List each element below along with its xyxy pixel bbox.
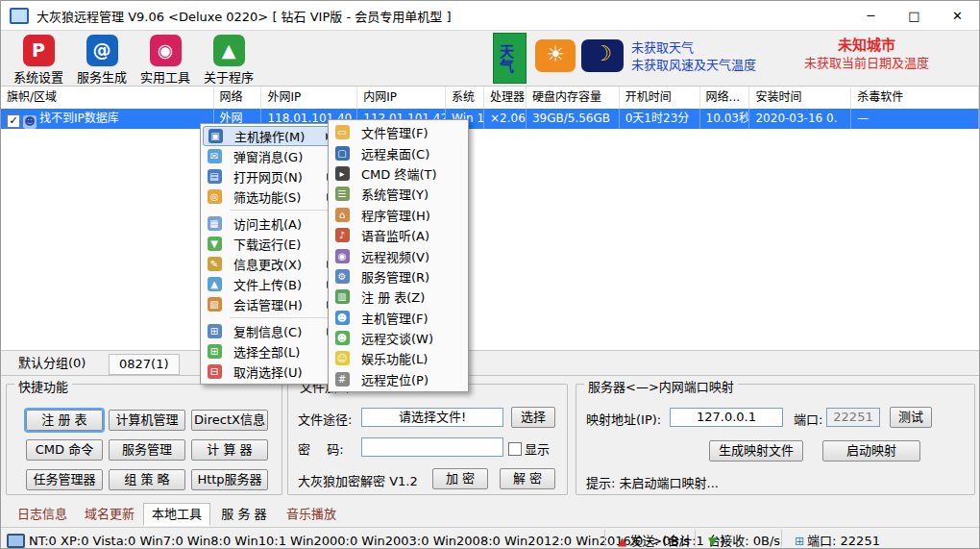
submenu-item-2[interactable]: ▢远程桌面(C) (331, 142, 466, 162)
column-header[interactable]: 安装时间 (749, 87, 851, 109)
menu-item-label: 娱乐功能(L) (354, 349, 428, 367)
quick-button-9[interactable]: Http服务器 (191, 469, 268, 490)
submenu-item-11[interactable]: ☻远程交谈(W) (331, 328, 466, 348)
host-operate-submenu: ▭文件管理(F)▢远程桌面(C)▸CMD 终端(T)☰系统管理(Y)⌂程序管理(… (328, 119, 469, 392)
select-file-button[interactable]: 选择 (511, 407, 555, 428)
password-field[interactable] (361, 437, 503, 457)
submenu-item-7[interactable]: ◉远程视频(V) (331, 245, 466, 265)
select-all-icon: ⊞ (208, 344, 222, 359)
mapping-hint: 提示: 未启动端口映射... (586, 473, 719, 491)
column-header[interactable]: 外网IP (261, 87, 357, 109)
context-menu-item-8[interactable]: ▲文件上传(B) (203, 274, 335, 294)
moon-icon[interactable]: ☽ (581, 39, 624, 72)
group-tab-2[interactable]: 0827(1) (109, 354, 180, 375)
fun-icon: ☺ (331, 351, 354, 365)
submenu-item-3[interactable]: ▸CMD 终端(T) (331, 163, 466, 184)
maximize-button[interactable]: □ (893, 1, 936, 30)
program-manage-icon: ⌂ (335, 208, 350, 222)
quick-button-7[interactable]: 任务管理器 (26, 469, 103, 490)
quick-button-1[interactable]: 注 册 表 (26, 410, 103, 431)
port-label: 端口: (794, 410, 822, 428)
computer-icon (7, 534, 25, 548)
context-menu-item-5[interactable]: ▦访问主机(A) (203, 213, 335, 234)
toolbar-button-3[interactable]: ◉实用工具 (134, 35, 197, 86)
close-button[interactable]: ✕ (936, 1, 979, 30)
tab-3[interactable]: 本地工具 (143, 503, 210, 526)
copy-info-icon: ⊞ (203, 324, 226, 338)
column-header[interactable]: 网络 (214, 87, 262, 109)
network-icon: ⊞ (795, 535, 804, 548)
edit-info-icon: ✎ (203, 257, 226, 271)
toolbar-button-1[interactable]: P系统设置 (7, 35, 70, 86)
submenu-item-8[interactable]: ⚙服务管理(R) (331, 266, 466, 287)
context-menu-item-3[interactable]: ▤打开网页(N) (203, 166, 335, 187)
context-menu-item-9[interactable]: ▧会话管理(H) (203, 294, 335, 314)
tab-2[interactable]: 域名更新 (76, 503, 143, 526)
context-menu-item-6[interactable]: ▼下载运行(E) (203, 234, 335, 254)
port-field[interactable]: 22251 (826, 408, 880, 427)
row-checkbox[interactable]: ✓ (7, 114, 20, 128)
remote-desktop-icon: ▢ (331, 146, 354, 161)
tab-1[interactable]: 日志信息 (9, 503, 76, 526)
quick-button-8[interactable]: 组 策 略 (109, 469, 185, 490)
column-header[interactable]: 开机时间 (620, 87, 700, 109)
encrypt-button[interactable]: 加 密 (432, 468, 488, 489)
submenu-item-13[interactable]: #远程定位(P) (331, 369, 466, 389)
column-header[interactable]: 网络... (700, 87, 750, 109)
open-webpage-icon: ▤ (208, 169, 222, 184)
tab-5[interactable]: 音乐播放 (278, 503, 345, 526)
toolbar-button-label: 系统设置 (7, 67, 70, 86)
generate-mapping-button[interactable]: 生成映射文件 (709, 440, 803, 462)
context-menu-item-12[interactable]: ⊟取消选择(U) (203, 362, 335, 382)
column-header[interactable]: 处理器 (484, 87, 527, 109)
host-manage-icon: ☻ (335, 311, 350, 325)
submenu-item-12[interactable]: ☺娱乐功能(L) (331, 348, 466, 368)
context-menu-item-2[interactable]: ✉弹窗消息(G) (203, 146, 335, 166)
start-mapping-button[interactable]: 启动映射 (822, 440, 920, 462)
test-button[interactable]: 测试 (890, 407, 932, 428)
menu-separator (230, 210, 331, 211)
submenu-item-1[interactable]: ▭文件管理(F) (331, 122, 466, 142)
submenu-item-9[interactable]: ▥注 册 表(Z) (331, 287, 466, 307)
toolbar-button-4[interactable]: ▲关于程序 (197, 35, 260, 86)
toolbar-button-2[interactable]: @服务生成 (70, 35, 134, 86)
column-header[interactable]: 杀毒软件 (851, 87, 979, 109)
decrypt-button[interactable]: 解 密 (500, 468, 555, 489)
tab-4[interactable]: 服 务 器 (210, 503, 278, 526)
column-header[interactable]: 系统 (446, 87, 484, 109)
file-path-field[interactable]: 请选择文件! (361, 408, 503, 427)
map-ip-field[interactable]: 127.0.0.1 (670, 408, 783, 427)
menu-item-label: 语音监听(A) (354, 226, 429, 244)
quick-button-2[interactable]: 计算机管理 (109, 410, 185, 431)
host-row[interactable]: ✓☻找不到IP数据库外网118.01.101.40112.01.101.42Wi… (1, 109, 979, 129)
context-menu-item-10[interactable]: ⊞复制信息(C) (203, 321, 335, 341)
quick-button-5[interactable]: 服务管理 (109, 439, 185, 461)
context-menu-item-1[interactable]: ▣主机操作(M) (203, 126, 335, 146)
submenu-item-4[interactable]: ☰系统管理(Y) (331, 184, 466, 204)
popup-message-icon: ✉ (208, 149, 222, 163)
submenu-item-5[interactable]: ⌂程序管理(H) (331, 205, 466, 225)
context-menu-item-11[interactable]: ⊞选择全部(L) (203, 341, 335, 362)
context-menu-item-4[interactable]: ◎筛选功能(S) (203, 187, 335, 207)
quick-button-3[interactable]: DirectX信息 (191, 410, 268, 431)
submenu-item-10[interactable]: ☻主机管理(F) (331, 308, 466, 328)
column-header[interactable]: 旗帜/区域 (1, 87, 214, 109)
group-tab-1[interactable]: 默认分组(0) (9, 354, 95, 373)
menu-item-label: 注 册 表(Z) (354, 287, 425, 306)
filter-icon: ◎ (203, 189, 226, 204)
audio-listen-icon: ♪ (331, 228, 354, 242)
column-header[interactable]: 内网IP (357, 87, 446, 109)
sun-icon[interactable]: ☀ (535, 39, 576, 72)
service-manage-icon: ⚙ (335, 269, 350, 284)
submenu-item-6[interactable]: ♪语音监听(A) (331, 225, 466, 245)
remote-chat-icon: ☻ (331, 331, 354, 345)
list-header: 旗帜/区域网络外网IP内网IP系统处理器硬盘内存容量开机时间网络...安装时间杀… (1, 87, 979, 110)
column-header[interactable]: 硬盘内存容量 (527, 87, 620, 109)
host-cell[interactable]: ✓☻找不到IP数据库 (1, 109, 214, 129)
quick-button-6[interactable]: 计 算 器 (191, 439, 268, 461)
file-path-label: 文件途径: (298, 410, 352, 428)
context-menu-item-7[interactable]: ✎信息更改(X) (203, 254, 335, 274)
minimize-button[interactable]: ─ (849, 1, 893, 30)
show-password-checkbox[interactable]: 显示 (508, 439, 550, 458)
quick-button-4[interactable]: CMD 命令 (26, 439, 103, 461)
